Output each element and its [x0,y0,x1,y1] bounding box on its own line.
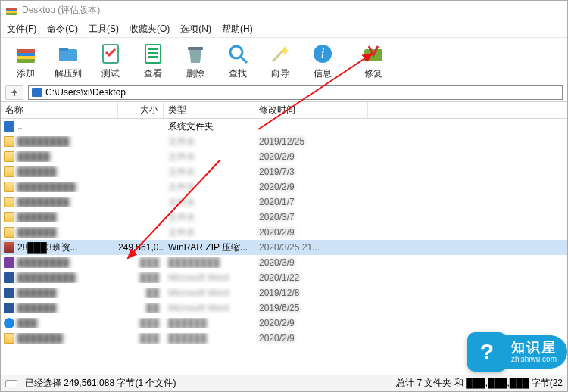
folder-icon [4,151,14,162]
parent-icon [4,121,14,132]
col-header-type[interactable]: 类型 [164,102,254,118]
folder-icon [4,166,14,177]
svg-rect-8 [59,49,77,61]
find-icon [226,42,250,66]
svg-rect-7 [17,56,35,59]
view-button[interactable]: 查看 [133,39,173,82]
folder-icon [4,182,14,192]
svg-rect-6 [17,53,35,56]
address-bar: C:\Users\xi\Desktop [1,82,567,102]
repair-icon [361,42,385,66]
svg-rect-2 [6,10,17,11]
file-row[interactable]: ████████████Microsoft Word2020/1/22 [1,270,567,285]
folder-icon [4,333,14,344]
add-button[interactable]: 添加 [5,39,46,82]
file-row[interactable]: 28███3班资...249,561,0...WinRAR ZIP 压缩...2… [1,240,567,255]
delete-icon [183,42,208,66]
svg-rect-1 [6,8,17,10]
up-button[interactable] [5,85,23,100]
file-row[interactable]: ██████文件夹2020/3/7 [1,210,567,225]
rar-icon [4,242,14,253]
file-row[interactable]: ████████████2020/2/9 [1,316,567,331]
winrar-icon [5,5,17,17]
col-header-name[interactable]: 名称 [1,102,118,118]
status-total: 总计 7 文件夹 和 ███,███,███ 字节(22 [396,377,563,390]
col-header-date[interactable]: 修改时间 [254,102,368,118]
menu-favorites[interactable]: 收藏夹(O) [130,23,170,36]
word-icon [4,303,14,313]
parent-folder-row[interactable]: ..系统文件夹 [1,119,567,134]
svg-line-17 [241,57,247,63]
file-row[interactable]: ██████文件夹2019/7/3 [1,164,567,179]
menu-help[interactable]: 帮助(H) [222,23,253,36]
file-row[interactable]: ████████文件夹2019/12/25 [1,134,567,149]
wizard-button[interactable]: 向导 [260,39,301,82]
title-bar: Desktop (评估版本) [1,1,567,20]
svg-point-16 [230,46,242,58]
test-icon [98,42,123,66]
folder-icon [4,212,14,222]
menu-command[interactable]: 命令(C) [47,23,78,36]
svg-rect-3 [6,11,17,13]
info-icon: i [311,42,335,66]
file-row[interactable]: ██████文件夹2020/2/9 [1,225,567,240]
wizard-icon [268,42,292,66]
test-button[interactable]: 测试 [90,39,131,82]
folder-icon [4,136,14,147]
up-arrow-icon [10,88,19,97]
file-row[interactable]: ████████Microsoft Word2019/6/25 [1,300,567,316]
extract-button[interactable]: 解压到 [48,39,89,82]
extract-icon [56,42,80,66]
delete-button[interactable]: 删除 [175,39,216,82]
folder-icon [4,197,14,207]
menu-bar: 文件(F) 命令(C) 工具(S) 收藏夹(O) 选项(N) 帮助(H) [1,20,567,37]
column-headers: 名称 大小 类型 修改时间 [1,102,567,119]
watermark-text: 知识屋 zhishiwu.com [504,335,567,369]
window-title: Desktop (评估版本) [22,4,100,17]
svg-rect-15 [188,47,203,50]
menu-tools[interactable]: 工具(S) [89,23,119,36]
file-row[interactable]: █████文件夹2020/2/9 [1,149,567,164]
file-row[interactable]: ███████████████████2020/3/9 [1,255,567,270]
computer-icon [32,88,42,97]
view-icon [141,42,165,66]
word-icon [4,288,14,298]
toolbar: 添加解压到测试查看删除查找向导i信息修复 [1,37,567,82]
folder-icon [4,227,14,238]
file-row[interactable]: █████████文件夹2020/2/9 [1,179,567,194]
watermark-icon: ? [467,332,507,372]
path-text: C:\Users\xi\Desktop [45,87,126,98]
find-button[interactable]: 查找 [217,39,258,82]
file-row[interactable]: ████████文件夹2020/1/7 [1,194,567,210]
purple-icon [4,257,14,268]
word-icon [4,272,14,283]
svg-rect-9 [59,48,68,51]
add-icon [14,42,38,66]
disk-icon [5,380,17,387]
menu-options[interactable]: 选项(N) [180,23,211,36]
info-button[interactable]: i信息 [302,39,343,82]
col-header-size[interactable]: 大小 [118,102,164,118]
ie-icon [4,318,14,328]
status-bar: 已经选择 249,561,088 字节(1 个文件) 总计 7 文件夹 和 ██… [1,375,567,391]
toolbar-separator [348,44,348,77]
path-input[interactable]: C:\Users\xi\Desktop [28,85,563,100]
svg-rect-5 [17,49,35,53]
file-row[interactable]: ████████Microsoft Word2019/12/8 [1,285,567,300]
menu-file[interactable]: 文件(F) [7,23,36,36]
status-selection: 已经选择 249,561,088 字节(1 个文件) [25,377,176,390]
repair-button[interactable]: 修复 [353,39,394,82]
watermark: ? 知识屋 zhishiwu.com [467,329,567,375]
svg-text:i: i [320,46,324,61]
